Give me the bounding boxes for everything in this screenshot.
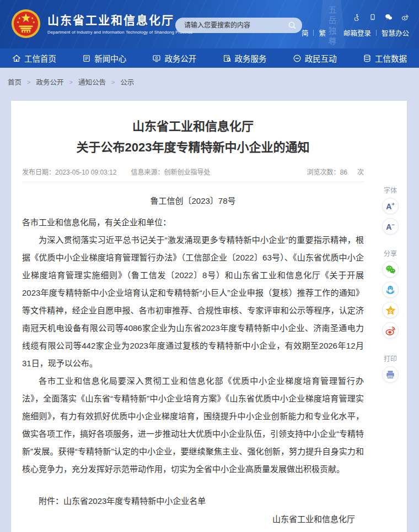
article-body: 各市工业和信息化局，有关企业和单位： 为深入贯彻落实习近平总书记关于“激发涌现更… xyxy=(22,214,364,478)
nav-item-label: 政务服务 xyxy=(235,52,267,64)
nav-item-label: 工信数据 xyxy=(375,52,407,64)
content-card: 山东省工业和信息化厅 关于公布2023年度专精特新中小企业的通知 发布日期：20… xyxy=(11,101,407,532)
link-divider xyxy=(376,30,377,36)
article: 山东省工业和信息化厅 关于公布2023年度专精特新中小企业的通知 发布日期：20… xyxy=(11,101,407,532)
accessibility-icon[interactable] xyxy=(353,14,361,21)
meta-divider xyxy=(22,182,364,182)
share-label: 分享 xyxy=(384,248,397,258)
views-label: 浏览次数： xyxy=(307,169,340,176)
signature-date: 2023年5月9日 xyxy=(22,528,355,532)
chat-icon xyxy=(293,54,302,63)
source-label: 信息来源： xyxy=(131,169,164,176)
share-icons xyxy=(382,261,399,343)
mobile-icon[interactable] xyxy=(369,14,376,20)
tools-sidebar: 字体 A+ A− 分享 打印 xyxy=(379,185,401,387)
wechat-small-icon[interactable] xyxy=(385,13,393,21)
nav-item-label: 政民互动 xyxy=(305,52,337,64)
nav-item-gov-service[interactable]: 政务服务 xyxy=(223,52,267,64)
search-input[interactable] xyxy=(183,21,288,30)
nav-item-label: 政务公开 xyxy=(164,52,196,64)
main-nav: 工信首页新闻中心政务公开政务服务政民互动工信数据 xyxy=(0,48,419,68)
breadcrumb-item-0[interactable]: 首页 xyxy=(8,77,22,87)
signature-block: 山东省工业和信息化厅 2023年5月9日 xyxy=(22,511,364,532)
paragraph: 为深入贯彻落实习近平总书记关于“激发涌现更多专精特新中小企业”的重要指示精神，根… xyxy=(22,231,364,372)
site-header: 五岳独尊 山东省工业和信息化厅 Department of Industry a… xyxy=(0,0,419,48)
news-icon xyxy=(82,54,91,63)
nav-item-data[interactable]: 工信数据 xyxy=(363,52,407,64)
national-emblem-logo[interactable] xyxy=(11,7,41,41)
database-icon xyxy=(363,54,372,63)
print-label: 打印 xyxy=(384,354,397,363)
lang-link-0[interactable]: 简 xyxy=(302,28,309,38)
doc-number: 鲁工信创〔2023〕78号 xyxy=(22,194,364,206)
nav-item-interaction[interactable]: 政民互动 xyxy=(293,52,337,64)
article-meta: 发布日期：2023-05-10 09:03:12信息来源：创新创业指导处 浏览次… xyxy=(22,167,364,176)
wechat-icon[interactable] xyxy=(382,261,399,278)
printer-icon[interactable] xyxy=(382,366,399,383)
nav-item-gov-info[interactable]: 政务公开 xyxy=(152,52,196,64)
nav-item-news[interactable]: 新闻中心 xyxy=(82,52,126,64)
weibo-small-icon[interactable] xyxy=(401,13,409,21)
attachment-line[interactable]: 附件：山东省2023年度专精特新中小企业名单 xyxy=(22,495,364,506)
publish-date: 2023-05-10 09:03:12 xyxy=(55,169,116,176)
qzone-icon[interactable] xyxy=(382,302,399,318)
breadcrumb-separator: > xyxy=(69,79,72,85)
header-links: 简繁邮箱登录智慧办公 xyxy=(302,28,409,38)
agency-title-en: Department of Industry and Information T… xyxy=(47,30,192,35)
monitor-icon xyxy=(152,54,161,63)
breadcrumb-band: 首页>政务公开>通知公告>公示 xyxy=(0,68,419,101)
breadcrumb-separator: > xyxy=(27,79,30,85)
doc-search-icon xyxy=(223,54,232,63)
nav-item-label: 工信首页 xyxy=(24,52,56,64)
portal-link-1[interactable]: 智慧办公 xyxy=(382,28,409,38)
salutation: 各市工业和信息化局，有关企业和单位： xyxy=(22,214,364,231)
home-icon xyxy=(12,54,21,63)
signature-org: 山东省工业和信息化厅 xyxy=(22,511,355,528)
article-title: 山东省工业和信息化厅 关于公布2023年度专精特新中小企业的通知 xyxy=(22,116,364,158)
source-value: 创新创业指导处 xyxy=(164,169,210,176)
publish-date-label: 发布日期： xyxy=(22,169,55,176)
nav-item-home[interactable]: 工信首页 xyxy=(12,52,56,64)
qq-icon[interactable] xyxy=(382,281,399,298)
breadcrumb-item-1[interactable]: 政务公开 xyxy=(36,77,63,87)
link-divider xyxy=(313,30,314,36)
weibo-icon[interactable] xyxy=(382,322,399,339)
font-increase-button[interactable]: A+ xyxy=(382,198,399,214)
breadcrumb-separator: > xyxy=(111,79,115,85)
paragraph: 各市工业和信息化局要深入贯彻工业和信息化部《优质中小企业梯度培育管理暂行办法》，… xyxy=(22,372,364,478)
breadcrumb-item-2[interactable]: 通知公告 xyxy=(78,77,106,87)
header-quick-icons xyxy=(353,13,409,21)
views-unit: 次 xyxy=(357,169,364,176)
search-box xyxy=(175,18,302,33)
views-count: 86 xyxy=(340,169,347,176)
breadcrumb: 首页>政务公开>通知公告>公示 xyxy=(0,68,419,87)
font-decrease-button[interactable]: A− xyxy=(382,218,399,235)
font-label: 字体 xyxy=(384,185,397,194)
nav-item-label: 新闻中心 xyxy=(94,52,126,64)
search-icon[interactable] xyxy=(288,21,297,30)
agency-title: 山东省工业和信息化厅 xyxy=(47,13,192,28)
portal-link-0[interactable]: 邮箱登录 xyxy=(343,28,371,38)
lang-link-1[interactable]: 繁 xyxy=(319,28,326,38)
breadcrumb-item-3[interactable]: 公示 xyxy=(120,77,134,87)
